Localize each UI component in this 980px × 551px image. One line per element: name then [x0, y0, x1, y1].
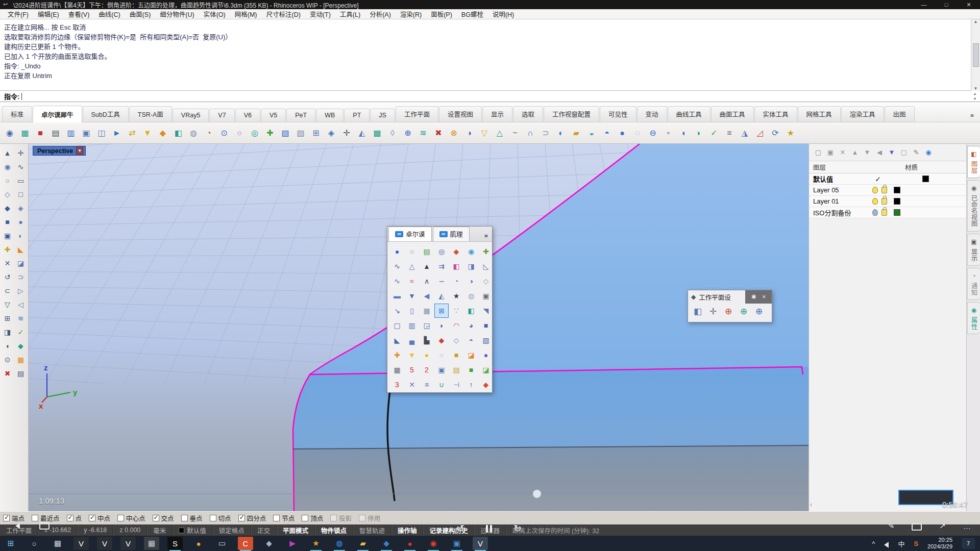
cplane-axis-icon[interactable]: ✛ — [705, 304, 721, 319]
toolbox-icon[interactable]: ≡ — [420, 378, 434, 392]
menu-item[interactable]: 曲线(C) — [94, 9, 125, 19]
new-layer-icon[interactable]: ▢ — [812, 146, 824, 159]
cplane-rotate-y-icon[interactable]: ⊕ — [736, 304, 751, 319]
checkbox-icon[interactable] — [3, 515, 10, 521]
speaker-icon[interactable] — [15, 523, 20, 529]
gear-icon[interactable]: ✱ — [751, 293, 756, 300]
array-icon[interactable]: ⊞ — [1, 311, 14, 325]
circle-center-icon[interactable]: ⊙ — [216, 125, 232, 141]
menu-item[interactable]: 查看(V) — [64, 9, 94, 19]
toolbox-icon[interactable]: ▄ — [405, 333, 419, 347]
toolbox-icon[interactable]: ◕ — [464, 318, 478, 333]
toolbox-icon[interactable]: ↘ — [390, 304, 404, 318]
analyze-icon[interactable]: ✓ — [14, 325, 28, 339]
viewport-title[interactable]: Perspective ▼ — [33, 146, 86, 156]
shade-icon[interactable]: ◑ — [461, 125, 477, 141]
menu-item[interactable]: 渲染(R) — [396, 9, 426, 19]
up-icon[interactable]: △ — [492, 125, 507, 141]
angle-icon[interactable]: ◿ — [752, 125, 768, 141]
colorful-app-icon[interactable]: ★ — [308, 537, 324, 550]
status-toggle[interactable]: 锁定格点 — [213, 524, 251, 536]
left-half-icon[interactable]: ◖ — [676, 125, 691, 141]
menu-item[interactable]: 细分物件(U) — [155, 9, 199, 19]
toolbar-tab[interactable]: 曲面工具 — [711, 106, 754, 122]
tab-display[interactable]: ▣ 显示 — [967, 234, 980, 266]
layer-lock-icon[interactable] — [881, 187, 887, 193]
toolbox-icon[interactable]: ◉ — [464, 244, 478, 259]
toolbox-icon[interactable]: ◀ — [420, 289, 434, 303]
toolbar-tab[interactable]: TSR-A面 — [129, 106, 172, 122]
blank-page-icon[interactable]: ▢ — [898, 146, 910, 159]
layer-color-swatch[interactable] — [894, 187, 900, 193]
panel-icon[interactable]: ▣ — [79, 125, 94, 141]
toolbox-icon[interactable]: ≈ — [405, 274, 419, 288]
toolbox-icon[interactable]: ◪ — [464, 348, 478, 362]
toolbox-icon[interactable]: ◆ — [434, 333, 449, 347]
zoom-icon[interactable]: ◉ — [2, 125, 17, 141]
run-icon[interactable]: ► — [109, 125, 125, 141]
toolbar-tab[interactable]: 实体工具 — [754, 106, 797, 122]
toolbox-icon[interactable]: ▼ — [405, 348, 419, 362]
prompt-spinner[interactable]: ▲▼ — [971, 91, 979, 102]
layer-visibility-icon[interactable] — [872, 209, 878, 216]
netdisk-icon[interactable]: ▣ — [449, 537, 464, 550]
toolbox-icon[interactable]: ● — [479, 348, 493, 362]
close-icon[interactable]: × — [762, 293, 766, 300]
bottom-icon[interactable]: ◒ — [584, 125, 599, 141]
menu-item[interactable]: 实体(O) — [199, 9, 230, 19]
layer-lock-icon[interactable] — [881, 198, 887, 205]
menu-item[interactable]: 尺寸标注(D) — [262, 9, 305, 19]
drop-icon[interactable]: ▼ — [140, 125, 155, 141]
rhino-v-icon[interactable]: V — [74, 537, 89, 550]
toolbox-icon[interactable]: ∿ — [390, 274, 404, 288]
toolbar-tab[interactable]: 网格工具 — [798, 106, 841, 122]
top-icon[interactable]: ◓ — [599, 125, 615, 141]
chrome-icon[interactable]: ◉ — [426, 537, 441, 550]
circle-icon[interactable]: ○ — [1, 173, 14, 187]
screen-share-icon[interactable] — [39, 522, 50, 530]
toolbox-icon[interactable]: ● — [390, 244, 404, 259]
swap-icon[interactable]: ⇄ — [125, 125, 140, 141]
triangle-icon[interactable]: ◭ — [354, 125, 370, 141]
section-icon[interactable]: ◖ — [1, 339, 14, 353]
toolbox-tab[interactable]: m卓尔谟 — [388, 227, 432, 241]
osnap-checkbox[interactable]: 顶点 — [302, 513, 323, 523]
menu-item[interactable]: BG螺栓 — [457, 9, 488, 19]
delete-layer-icon[interactable]: ✕ — [837, 146, 849, 159]
toolbox-icon[interactable]: ◨ — [464, 259, 478, 273]
toolbox-icon[interactable]: ◥ — [479, 304, 493, 318]
status-units[interactable]: 毫米 — [147, 524, 173, 536]
toolbox-icon[interactable]: ▲ — [420, 259, 434, 273]
status-toggle[interactable]: 平面模式 — [277, 524, 315, 536]
cplane-rotate-z-icon[interactable]: ⊕ — [751, 304, 767, 319]
hatch2-icon[interactable]: ▨ — [293, 125, 308, 141]
command-prompt[interactable]: 指令: — [0, 91, 980, 102]
toolbox-icon[interactable]: ⊣ — [449, 378, 463, 392]
cplane-cube-icon[interactable]: ◧ — [690, 304, 705, 319]
toolbox-icon[interactable]: ✚ — [390, 348, 404, 362]
star-icon[interactable]: ★ — [783, 125, 798, 141]
osnap-checkbox[interactable]: 点 — [67, 513, 82, 523]
right-half-icon[interactable]: ◗ — [691, 125, 706, 141]
toolbox-icon[interactable]: ○ — [434, 348, 449, 362]
checkbox-icon[interactable] — [89, 515, 95, 521]
toolbar-tab[interactable]: 选取 — [513, 106, 543, 122]
pause-button[interactable] — [486, 525, 492, 533]
toolbar-tab[interactable]: 设置视图 — [439, 106, 482, 122]
toolbox-icon[interactable]: ▢ — [390, 318, 404, 333]
split-view-icon[interactable]: ◫ — [94, 125, 109, 141]
check-icon[interactable]: ✓ — [706, 125, 722, 141]
toolbox-icon[interactable]: △ — [405, 259, 419, 273]
scroll-up-icon[interactable]: ▲ — [974, 19, 978, 24]
toolbar-tab[interactable]: SubD工具 — [83, 106, 129, 122]
boolean-icon[interactable]: ✚ — [1, 242, 14, 256]
forward-30-button[interactable]: ↻30 — [510, 522, 525, 535]
toolbar-tab[interactable]: 渲染工具 — [841, 106, 884, 122]
toolbar-tab[interactable]: 标准 — [2, 106, 32, 122]
toolbox-icon[interactable]: ◆ — [449, 244, 463, 259]
rotate-icon[interactable]: ⟳ — [768, 125, 783, 141]
toolbox-icon[interactable]: ∵ — [449, 304, 463, 318]
help-icon[interactable]: ◉ — [922, 146, 935, 159]
swirl-app-icon[interactable]: ◍ — [332, 537, 347, 550]
rebuild-icon[interactable]: ≋ — [14, 311, 28, 325]
